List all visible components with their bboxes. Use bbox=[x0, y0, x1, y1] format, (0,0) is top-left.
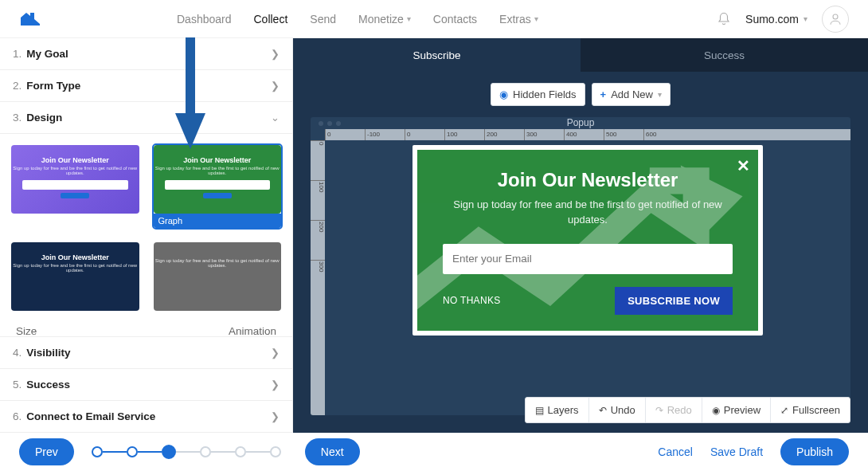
animation-label: Animation bbox=[229, 325, 276, 337]
popup-title: Join Our Newsletter bbox=[443, 169, 733, 191]
tab-success[interactable]: Success bbox=[581, 38, 868, 72]
fullscreen-button[interactable]: ⤢Fullscreen bbox=[770, 398, 850, 422]
chevron-right-icon: ❯ bbox=[271, 80, 280, 92]
chevron-right-icon: ❯ bbox=[271, 410, 280, 422]
template-darkblue[interactable]: Join Our Newsletter Sign up today for fr… bbox=[11, 242, 139, 311]
next-button[interactable]: Next bbox=[305, 438, 360, 465]
prev-button[interactable]: Prev bbox=[19, 438, 74, 465]
template-graph[interactable]: Join Our Newsletter Sign up today for fr… bbox=[154, 145, 282, 228]
nav-send[interactable]: Send bbox=[310, 13, 336, 26]
editor-pane: Subscribe Success ◉Hidden Fields +Add Ne… bbox=[293, 38, 868, 433]
bottom-bar: Prev Next Cancel Save Draft Publish bbox=[0, 433, 868, 471]
notifications-icon[interactable] bbox=[717, 12, 731, 26]
popup-preview[interactable]: ✕ Join Our Newsletter Sign up today for … bbox=[412, 145, 763, 336]
email-field[interactable] bbox=[443, 244, 733, 274]
add-new-button[interactable]: +Add New▾ bbox=[592, 83, 671, 106]
publish-button[interactable]: Publish bbox=[780, 438, 849, 465]
template-label: Graph bbox=[154, 214, 282, 228]
save-draft-button[interactable]: Save Draft bbox=[710, 445, 763, 458]
redo-icon: ↷ bbox=[655, 405, 663, 416]
chevron-down-icon: ▾ bbox=[534, 14, 538, 23]
step-visibility[interactable]: 4.Visibility ❯ bbox=[0, 337, 292, 369]
avatar[interactable] bbox=[822, 6, 849, 33]
window-title: Popup bbox=[311, 117, 850, 129]
editor-toolbar-bottom: ▤Layers ↶Undo ↷Redo ◉Preview ⤢Fullscreen bbox=[525, 397, 850, 423]
step-design[interactable]: 3.Design ⌄ bbox=[0, 102, 292, 134]
hidden-fields-button[interactable]: ◉Hidden Fields bbox=[491, 83, 585, 106]
caret-down-icon: ▾ bbox=[658, 90, 662, 99]
undo-icon: ↶ bbox=[599, 405, 607, 416]
nav-extras[interactable]: Extras▾ bbox=[499, 13, 538, 26]
eye-icon: ◉ bbox=[712, 405, 720, 416]
layers-icon: ▤ bbox=[535, 405, 544, 416]
ruler-horizontal: 0-1000100200300400500600 bbox=[325, 129, 850, 140]
size-label: Size bbox=[16, 325, 37, 337]
chevron-down-icon: ▾ bbox=[407, 14, 411, 23]
sumo-logo[interactable] bbox=[19, 11, 41, 27]
chevron-down-icon: ▾ bbox=[803, 14, 807, 23]
eye-icon: ◉ bbox=[499, 88, 508, 100]
cancel-button[interactable]: Cancel bbox=[658, 445, 693, 458]
chevron-right-icon: ❯ bbox=[271, 48, 280, 60]
layers-button[interactable]: ▤Layers bbox=[526, 398, 588, 422]
step-success[interactable]: 5.Success ❯ bbox=[0, 369, 292, 401]
template-purple[interactable]: Join Our Newsletter Sign up today for fr… bbox=[11, 145, 139, 228]
plus-icon: + bbox=[600, 88, 607, 100]
undo-button[interactable]: ↶Undo bbox=[588, 398, 645, 422]
no-thanks-link[interactable]: NO THANKS bbox=[443, 295, 501, 306]
design-panel: Join Our Newsletter Sign up today for fr… bbox=[0, 134, 292, 337]
chevron-right-icon: ❯ bbox=[271, 347, 280, 359]
svg-point-0 bbox=[833, 14, 838, 19]
chevron-right-icon: ❯ bbox=[271, 379, 280, 391]
subscribe-button[interactable]: SUBSCRIBE NOW bbox=[615, 287, 733, 315]
redo-button: ↷Redo bbox=[645, 398, 702, 422]
account-switcher[interactable]: Sumo.com▾ bbox=[745, 13, 807, 26]
step-email-service[interactable]: 6.Connect to Email Service ❯ bbox=[0, 401, 292, 433]
top-nav: Dashboard Collect Send Monetize▾ Contact… bbox=[0, 0, 868, 38]
tab-subscribe[interactable]: Subscribe bbox=[293, 38, 581, 72]
wizard-progress bbox=[92, 445, 281, 459]
nav-dashboard[interactable]: Dashboard bbox=[177, 13, 232, 26]
step-my-goal[interactable]: 1.My Goal ❯ bbox=[0, 38, 292, 70]
preview-button[interactable]: ◉Preview bbox=[702, 398, 770, 422]
close-icon[interactable]: ✕ bbox=[737, 156, 750, 175]
wizard-sidebar: 1.My Goal ❯ 2.Form Type ❯ 3.Design ⌄ Joi… bbox=[0, 38, 293, 433]
nav-contacts[interactable]: Contacts bbox=[433, 13, 477, 26]
step-form-type[interactable]: 2.Form Type ❯ bbox=[0, 70, 292, 102]
nav-collect[interactable]: Collect bbox=[254, 13, 288, 26]
chevron-down-icon: ⌄ bbox=[271, 112, 280, 124]
popup-subtitle: Sign up today for free and be the first … bbox=[443, 198, 733, 228]
canvas[interactable]: Popup 0-1000100200300400500600 010020030… bbox=[311, 117, 850, 415]
template-pink[interactable]: Sign up today for free and be the first … bbox=[154, 242, 282, 311]
fullscreen-icon: ⤢ bbox=[780, 405, 788, 416]
ruler-vertical: 0100200300 bbox=[311, 140, 325, 415]
nav-monetize[interactable]: Monetize▾ bbox=[358, 13, 411, 26]
